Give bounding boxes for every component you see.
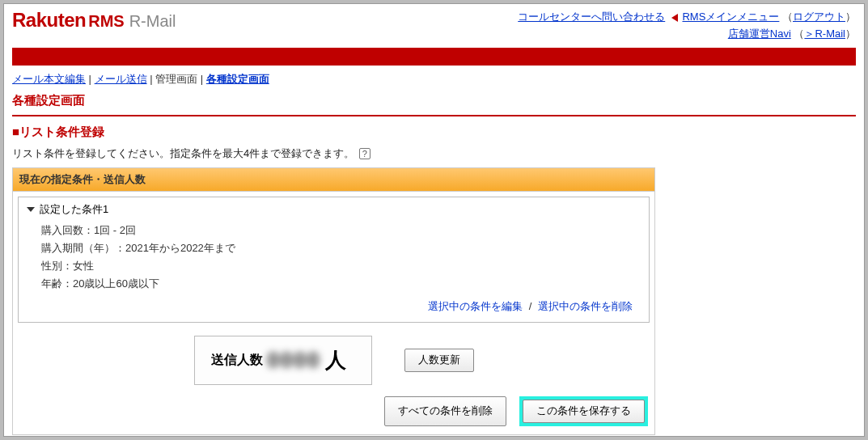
logo-block: Rakuten RMS R-Mail: [12, 9, 176, 32]
help-icon[interactable]: ?: [359, 148, 370, 159]
update-count-button[interactable]: 人数更新: [404, 349, 474, 372]
condition-details: 購入回数：1回 - 2回 購入期間（年）：2021年から2022年まで 性別：女…: [19, 222, 649, 293]
condition-title: 設定した条件1: [40, 202, 108, 217]
count-row: 送信人数 0000 人 人数更新: [13, 328, 654, 396]
screen-title: 各種設定画面: [4, 90, 864, 112]
delete-all-button[interactable]: すべての条件を削除: [384, 396, 506, 426]
action-sep: /: [529, 300, 532, 312]
page-root: Rakuten RMS R-Mail コールセンターへ問い合わせる RMSメイン…: [3, 3, 865, 437]
link-edit-condition[interactable]: 選択中の条件を編集: [428, 300, 523, 312]
header: Rakuten RMS R-Mail コールセンターへ問い合わせる RMSメイン…: [4, 4, 864, 46]
instruction-text: リスト条件を登録してください。指定条件を最大4件まで登録できます。: [12, 147, 354, 159]
count-box: 送信人数 0000 人: [194, 336, 372, 385]
action-row: すべての条件を削除 この条件を保存する: [13, 396, 654, 434]
conditions-container: 現在の指定条件・送信人数 設定した条件1 購入回数：1回 - 2回 購入期間（年…: [12, 167, 655, 435]
link-call-center[interactable]: コールセンターへ問い合わせる: [518, 11, 665, 23]
red-bar: [12, 48, 856, 66]
link-shop-navi[interactable]: 店舗運営Navi: [728, 28, 791, 40]
logo-rakuten: Rakuten: [12, 9, 86, 32]
count-value: 0000: [268, 348, 321, 373]
header-links: コールセンターへ問い合わせる RMSメインメニュー （ログアウト） 店舗運営Na…: [518, 9, 856, 43]
bc-mail-body-edit[interactable]: メール本文編集: [12, 73, 86, 85]
bc-settings[interactable]: 各種設定画面: [206, 73, 269, 85]
caret-down-icon: [27, 207, 35, 212]
bc-admin: 管理画面: [155, 73, 197, 85]
paren-close: ）: [845, 11, 856, 23]
breadcrumbs: メール本文編集 | メール送信 | 管理画面 | 各種設定画面: [4, 70, 864, 90]
instruction-row: リスト条件を登録してください。指定条件を最大4件まで登録できます。 ?: [12, 146, 856, 167]
section-title: ■リスト条件登録: [12, 121, 856, 146]
cond-row-period: 購入期間（年）：2021年から2022年まで: [41, 239, 641, 257]
save-condition-button[interactable]: この条件を保存する: [523, 400, 645, 423]
cond-row-gender: 性別：女性: [41, 257, 641, 275]
logo-rms: RMS: [88, 12, 124, 31]
conditions-body: 設定した条件1 購入回数：1回 - 2回 購入期間（年）：2021年から2022…: [13, 197, 654, 434]
paren-close-2: ）: [845, 28, 856, 40]
logo-rmail: R-Mail: [129, 12, 176, 31]
count-label: 送信人数: [211, 352, 263, 369]
cond-row-age: 年齢：20歳以上60歳以下: [41, 275, 641, 293]
condition-block-1: 設定した条件1 購入回数：1回 - 2回 購入期間（年）：2021年から2022…: [18, 197, 650, 323]
conditions-header: 現在の指定条件・送信人数: [13, 168, 654, 192]
link-main-menu[interactable]: RMSメインメニュー: [682, 11, 779, 23]
link-logout[interactable]: ログアウト: [793, 11, 845, 23]
count-unit: 人: [325, 346, 346, 374]
paren-open-2: （: [794, 28, 804, 40]
link-delete-condition[interactable]: 選択中の条件を削除: [538, 300, 633, 312]
condition-block-header[interactable]: 設定した条件1: [19, 197, 649, 222]
link-rmail[interactable]: ＞R-Mail: [804, 28, 845, 40]
condition-actions: 選択中の条件を編集 / 選択中の条件を削除: [19, 293, 649, 322]
paren-open: （: [782, 11, 793, 23]
bc-mail-send[interactable]: メール送信: [95, 73, 147, 85]
cond-row-count: 購入回数：1回 - 2回: [41, 222, 641, 239]
red-divider: [12, 115, 856, 116]
save-highlight: この条件を保存する: [519, 396, 648, 426]
back-icon: [671, 14, 678, 22]
content: ■リスト条件登録 リスト条件を登録してください。指定条件を最大4件まで登録できま…: [4, 121, 864, 435]
